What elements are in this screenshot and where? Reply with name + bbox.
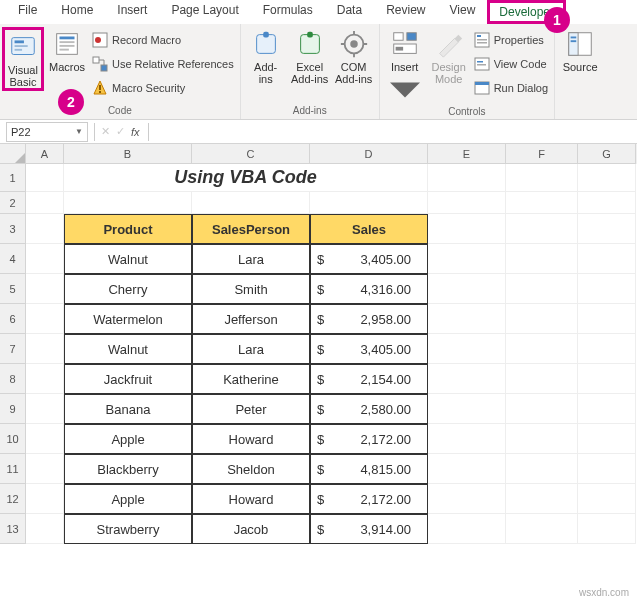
cell-salesperson[interactable]: Jefferson xyxy=(192,304,310,334)
macros-button[interactable]: Macros xyxy=(46,27,88,73)
cell[interactable] xyxy=(428,514,506,544)
cell[interactable] xyxy=(26,244,64,274)
col-head-G[interactable]: G xyxy=(578,144,636,164)
excel-addins-button[interactable]: Excel Add-ins xyxy=(289,27,331,85)
macro-security-button[interactable]: Macro Security xyxy=(90,77,236,99)
table-header-product[interactable]: Product xyxy=(64,214,192,244)
tab-view[interactable]: View xyxy=(438,0,488,24)
col-head-F[interactable]: F xyxy=(506,144,578,164)
fx-icon[interactable]: fx xyxy=(131,126,140,138)
row-head-3[interactable]: 3 xyxy=(0,214,26,244)
cell[interactable] xyxy=(428,334,506,364)
cell[interactable] xyxy=(506,304,578,334)
cell[interactable] xyxy=(506,364,578,394)
cell-salesperson[interactable]: Katherine xyxy=(192,364,310,394)
cell-product[interactable]: Walnut xyxy=(64,334,192,364)
cell-sales[interactable]: $2,580.00 xyxy=(310,394,428,424)
cell[interactable] xyxy=(26,514,64,544)
cell-salesperson[interactable]: Howard xyxy=(192,484,310,514)
cell[interactable] xyxy=(578,514,636,544)
col-head-A[interactable]: A xyxy=(26,144,64,164)
properties-button[interactable]: Properties xyxy=(472,29,550,51)
cell[interactable] xyxy=(578,484,636,514)
name-box[interactable]: P22 ▼ xyxy=(6,122,88,142)
cell[interactable] xyxy=(428,304,506,334)
cell[interactable] xyxy=(428,424,506,454)
cell[interactable] xyxy=(26,364,64,394)
cell[interactable] xyxy=(428,192,506,214)
select-all-triangle[interactable] xyxy=(0,144,26,164)
row-head-12[interactable]: 12 xyxy=(0,484,26,514)
cell[interactable] xyxy=(428,274,506,304)
cell-sales[interactable]: $2,172.00 xyxy=(310,424,428,454)
col-head-D[interactable]: D xyxy=(310,144,428,164)
use-relative-button[interactable]: Use Relative References xyxy=(90,53,236,75)
cell[interactable] xyxy=(506,394,578,424)
run-dialog-button[interactable]: Run Dialog xyxy=(472,77,550,99)
col-head-C[interactable]: C xyxy=(192,144,310,164)
cell-salesperson[interactable]: Smith xyxy=(192,274,310,304)
cell[interactable] xyxy=(26,274,64,304)
table-header-salesperson[interactable]: SalesPerson xyxy=(192,214,310,244)
cell[interactable] xyxy=(428,484,506,514)
cell-product[interactable]: Walnut xyxy=(64,244,192,274)
cell[interactable] xyxy=(192,192,310,214)
page-title[interactable]: Using VBA Code xyxy=(64,164,428,192)
cell-sales[interactable]: $3,914.00 xyxy=(310,514,428,544)
row-head-13[interactable]: 13 xyxy=(0,514,26,544)
cell[interactable] xyxy=(506,334,578,364)
com-addins-button[interactable]: COM Add-ins xyxy=(333,27,375,85)
cell-sales[interactable]: $2,154.00 xyxy=(310,364,428,394)
cell-salesperson[interactable]: Howard xyxy=(192,424,310,454)
cell-sales[interactable]: $2,172.00 xyxy=(310,484,428,514)
cell-product[interactable]: Apple xyxy=(64,424,192,454)
cell[interactable] xyxy=(26,304,64,334)
cell-product[interactable]: Strawberry xyxy=(64,514,192,544)
cell[interactable] xyxy=(506,514,578,544)
cell[interactable] xyxy=(578,424,636,454)
cell[interactable] xyxy=(578,394,636,424)
cell-sales[interactable]: $2,958.00 xyxy=(310,304,428,334)
cell[interactable] xyxy=(578,274,636,304)
tab-insert[interactable]: Insert xyxy=(105,0,159,24)
row-head-2[interactable]: 2 xyxy=(0,192,26,214)
row-head-4[interactable]: 4 xyxy=(0,244,26,274)
cell[interactable] xyxy=(428,364,506,394)
tab-home[interactable]: Home xyxy=(49,0,105,24)
table-header-sales[interactable]: Sales xyxy=(310,214,428,244)
cell[interactable] xyxy=(428,214,506,244)
cell[interactable] xyxy=(428,164,506,192)
row-head-10[interactable]: 10 xyxy=(0,424,26,454)
cell[interactable] xyxy=(506,424,578,454)
col-head-B[interactable]: B xyxy=(64,144,192,164)
cell[interactable] xyxy=(578,334,636,364)
row-head-8[interactable]: 8 xyxy=(0,364,26,394)
cell[interactable] xyxy=(506,164,578,192)
cell[interactable] xyxy=(506,244,578,274)
insert-control-button[interactable]: Insert xyxy=(384,27,426,105)
formula-input[interactable] xyxy=(148,123,637,141)
cell[interactable] xyxy=(578,164,636,192)
worksheet[interactable]: ABCDEFG 1Using VBA Code23ProductSalesPer… xyxy=(0,144,637,544)
tab-page-layout[interactable]: Page Layout xyxy=(159,0,250,24)
cell-product[interactable]: Jackfruit xyxy=(64,364,192,394)
cell[interactable] xyxy=(578,304,636,334)
cell[interactable] xyxy=(26,424,64,454)
row-head-1[interactable]: 1 xyxy=(0,164,26,192)
cell-sales[interactable]: $4,815.00 xyxy=(310,454,428,484)
cell[interactable] xyxy=(26,192,64,214)
cell[interactable] xyxy=(506,484,578,514)
cell-product[interactable]: Watermelon xyxy=(64,304,192,334)
cell[interactable] xyxy=(578,454,636,484)
row-head-7[interactable]: 7 xyxy=(0,334,26,364)
cell-salesperson[interactable]: Sheldon xyxy=(192,454,310,484)
cell-sales[interactable]: $3,405.00 xyxy=(310,244,428,274)
row-head-9[interactable]: 9 xyxy=(0,394,26,424)
cell[interactable] xyxy=(506,214,578,244)
cell[interactable] xyxy=(26,334,64,364)
addins-button[interactable]: Add- ins xyxy=(245,27,287,85)
cell-salesperson[interactable]: Lara xyxy=(192,244,310,274)
visual-basic-button[interactable]: Visual Basic xyxy=(2,27,44,91)
cell[interactable] xyxy=(578,192,636,214)
cell-salesperson[interactable]: Lara xyxy=(192,334,310,364)
